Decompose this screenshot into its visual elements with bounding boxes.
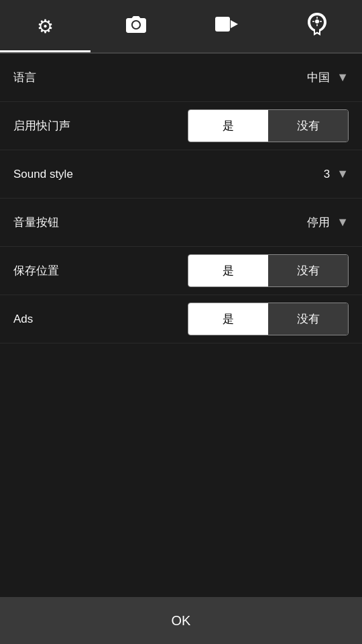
shutter-sound-yes-button[interactable]: 是 bbox=[188, 110, 268, 142]
setting-row-sound-style: Sound style 3 ▼ bbox=[0, 150, 362, 199]
remote-icon bbox=[308, 13, 326, 40]
video-icon bbox=[215, 15, 239, 38]
shutter-sound-label: 启用快门声 bbox=[13, 118, 134, 133]
volume-button-dropdown-arrow: ▼ bbox=[337, 215, 349, 229]
sound-style-dropdown[interactable]: 3 ▼ bbox=[215, 167, 349, 181]
setting-row-shutter-sound: 启用快门声 是 没有 bbox=[0, 102, 362, 150]
svg-marker-1 bbox=[231, 20, 238, 28]
shutter-sound-no-button[interactable]: 没有 bbox=[268, 110, 348, 142]
language-control[interactable]: 中国 ▼ bbox=[134, 70, 349, 85]
language-dropdown-arrow: ▼ bbox=[337, 70, 349, 85]
tab-remote[interactable] bbox=[272, 0, 362, 52]
sound-style-value: 3 bbox=[324, 168, 330, 181]
save-location-no-button[interactable]: 没有 bbox=[268, 255, 348, 286]
svg-rect-0 bbox=[215, 17, 230, 32]
ads-toggle-group: 是 没有 bbox=[188, 303, 349, 335]
language-value: 中国 bbox=[307, 70, 330, 85]
ok-button[interactable]: OK bbox=[0, 597, 362, 644]
save-location-label: 保存位置 bbox=[13, 263, 134, 278]
sound-style-control[interactable]: 3 ▼ bbox=[134, 167, 349, 181]
sound-style-label: Sound style bbox=[13, 168, 134, 181]
shutter-sound-control: 是 没有 bbox=[134, 109, 349, 142]
settings-content: 语言 中国 ▼ 启用快门声 是 没有 Sound style 3 ▼ 音量按 bbox=[0, 54, 362, 343]
ok-button-label: OK bbox=[172, 613, 191, 629]
tab-bar: ⚙ bbox=[0, 0, 362, 54]
shutter-sound-toggle-group: 是 没有 bbox=[188, 109, 349, 142]
volume-button-label: 音量按钮 bbox=[13, 215, 134, 230]
tab-settings[interactable]: ⚙ bbox=[0, 0, 90, 52]
language-dropdown[interactable]: 中国 ▼ bbox=[215, 70, 349, 85]
ads-control: 是 没有 bbox=[134, 303, 349, 335]
setting-row-save-location: 保存位置 是 没有 bbox=[0, 247, 362, 295]
ads-no-button[interactable]: 没有 bbox=[268, 303, 348, 335]
volume-button-value: 停用 bbox=[307, 215, 330, 230]
volume-button-control[interactable]: 停用 ▼ bbox=[134, 215, 349, 230]
setting-row-volume-button: 音量按钮 停用 ▼ bbox=[0, 199, 362, 247]
camera-icon bbox=[125, 15, 147, 38]
tab-video[interactable] bbox=[181, 0, 272, 52]
settings-icon: ⚙ bbox=[37, 15, 54, 38]
save-location-yes-button[interactable]: 是 bbox=[188, 255, 268, 286]
volume-button-dropdown[interactable]: 停用 ▼ bbox=[215, 215, 349, 230]
save-location-toggle-group: 是 没有 bbox=[188, 254, 349, 287]
tab-camera[interactable] bbox=[90, 0, 181, 52]
svg-point-2 bbox=[315, 19, 319, 23]
save-location-control: 是 没有 bbox=[134, 254, 349, 287]
setting-row-language: 语言 中国 ▼ bbox=[0, 54, 362, 102]
language-label: 语言 bbox=[13, 70, 134, 85]
ads-label: Ads bbox=[13, 313, 134, 326]
sound-style-dropdown-arrow: ▼ bbox=[337, 167, 349, 181]
ads-yes-button[interactable]: 是 bbox=[188, 303, 268, 335]
setting-row-ads: Ads 是 没有 bbox=[0, 295, 362, 343]
